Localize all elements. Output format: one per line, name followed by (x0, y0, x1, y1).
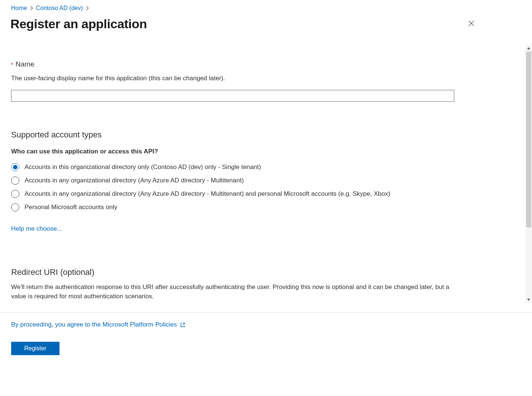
chevron-right-icon (86, 6, 89, 10)
close-button[interactable] (465, 18, 478, 30)
required-indicator: * (11, 61, 13, 68)
account-types-radio-group: Accounts in this organizational director… (11, 160, 532, 214)
app-name-input[interactable] (11, 90, 454, 102)
account-types-question: Who can use this application or access t… (11, 148, 532, 155)
radio-icon (11, 176, 19, 185)
radio-label: Accounts in this organizational director… (25, 163, 261, 171)
radio-icon (11, 203, 19, 211)
radio-label: Accounts in any organizational directory… (25, 190, 390, 198)
breadcrumb-tenant[interactable]: Contoso AD (dev) (36, 5, 83, 12)
scrollbar-thumb[interactable] (526, 52, 531, 227)
register-button[interactable]: Register (11, 342, 59, 355)
form-scroll-region: * Name The user-facing display name for … (0, 45, 532, 303)
account-types-title: Supported account types (11, 130, 532, 140)
close-icon (468, 20, 475, 28)
radio-label: Personal Microsoft accounts only (25, 204, 117, 211)
help-me-choose-link[interactable]: Help me choose... (11, 225, 62, 233)
account-type-option-multitenant-personal[interactable]: Accounts in any organizational directory… (11, 187, 532, 201)
account-type-option-multitenant[interactable]: Accounts in any organizational directory… (11, 174, 532, 187)
name-label: Name (16, 60, 35, 68)
breadcrumb-home[interactable]: Home (11, 5, 27, 12)
chevron-right-icon (30, 6, 33, 10)
radio-label: Accounts in any organizational directory… (25, 177, 244, 184)
redirect-uri-title: Redirect URI (optional) (11, 267, 532, 277)
account-type-option-personal-only[interactable]: Personal Microsoft accounts only (11, 201, 532, 214)
platform-policies-link[interactable]: By proceeding, you agree to the Microsof… (11, 321, 186, 328)
radio-icon (11, 190, 19, 198)
breadcrumb: Home Contoso AD (dev) (0, 0, 532, 12)
footer: By proceeding, you agree to the Microsof… (0, 312, 532, 355)
redirect-uri-description: We'll return the authentication response… (11, 282, 450, 301)
scroll-down-arrow-icon[interactable] (525, 296, 532, 303)
account-type-option-single-tenant[interactable]: Accounts in this organizational director… (11, 160, 532, 174)
name-description: The user-facing display name for this ap… (11, 74, 450, 83)
policy-link-text: By proceeding, you agree to the Microsof… (11, 321, 177, 328)
external-link-icon (180, 322, 186, 328)
page-title: Register an application (10, 17, 147, 31)
scrollbar[interactable] (525, 45, 532, 303)
radio-icon (11, 163, 19, 171)
scroll-up-arrow-icon[interactable] (525, 45, 532, 52)
